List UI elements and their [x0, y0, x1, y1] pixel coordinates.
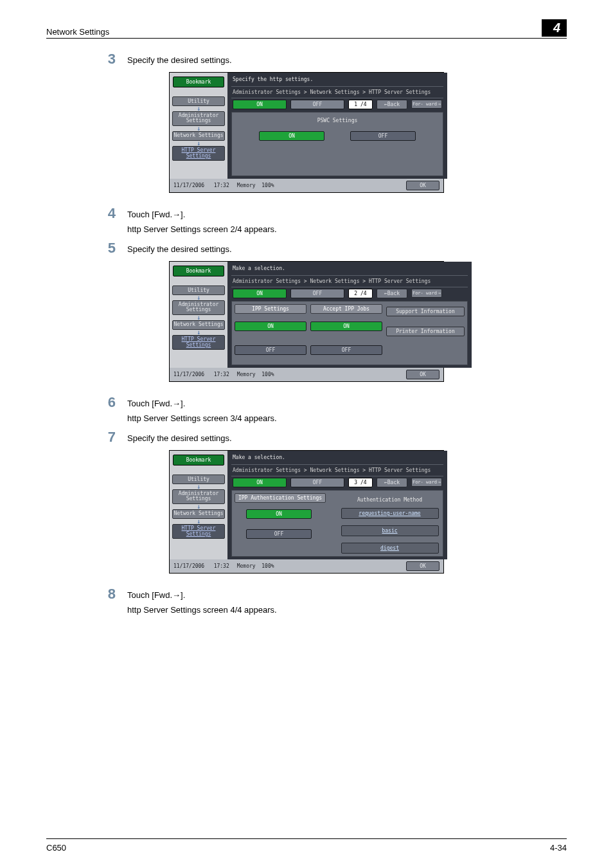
step-text: Touch [Fwd.→]. [127, 397, 567, 410]
printer-info-button[interactable]: Printer Information [386, 327, 465, 336]
arrow-down-icon: ↓ [197, 331, 200, 334]
instruction-text: Make a selection. [231, 453, 443, 464]
page-indicator: 1 /4 [348, 100, 373, 109]
bookmark-button[interactable]: Bookmark [173, 455, 224, 466]
status-memory-label: Memory [237, 372, 256, 377]
ipp-on-button[interactable]: ON [235, 321, 306, 331]
method-digest[interactable]: digest [341, 543, 439, 554]
step-subtext: http Server Settings screen 4/4 appears. [127, 605, 567, 615]
step-number: 3 [96, 52, 116, 66]
off-button[interactable]: OFF [290, 478, 344, 487]
step-number: 6 [96, 395, 116, 410]
arrow-down-icon: ↓ [197, 316, 200, 319]
arrow-down-icon: ↓ [197, 485, 200, 488]
arrow-down-icon: ↓ [197, 296, 200, 299]
page-indicator: 2 /4 [348, 289, 373, 298]
status-date: 11/17/2006 [173, 372, 204, 377]
forward-button[interactable]: For- ward→ [411, 478, 442, 487]
status-time: 17:32 [214, 563, 229, 569]
on-button[interactable]: ON [233, 289, 287, 298]
method-basic[interactable]: basic [341, 525, 439, 536]
status-memory-label: Memory [237, 183, 256, 188]
step-text: Touch [Fwd.→]. [127, 208, 567, 221]
pswc-off-button[interactable]: OFF [350, 131, 416, 141]
step-number: 5 [96, 241, 116, 255]
footer-right: 4-34 [550, 843, 567, 853]
ipp-settings-label: IPP Settings [235, 304, 306, 314]
auth-on-button[interactable]: ON [246, 509, 312, 519]
status-time: 17:32 [214, 372, 229, 377]
section-label: PSWC Settings [235, 115, 440, 131]
auth-off-button[interactable]: OFF [246, 529, 312, 539]
status-date: 11/17/2006 [173, 183, 204, 188]
bookmark-button[interactable]: Bookmark [173, 266, 224, 276]
step-text: Specify the desired settings. [127, 243, 567, 256]
support-info-button[interactable]: Support Information [386, 307, 465, 316]
step-number: 8 [96, 587, 116, 601]
status-date: 11/17/2006 [173, 563, 204, 569]
arrow-down-icon: ↓ [197, 505, 200, 508]
chapter-badge: 4 [542, 19, 567, 37]
back-button[interactable]: ←Back [377, 289, 407, 298]
status-memory-value: 100% [262, 563, 274, 569]
arrow-down-icon: ↓ [197, 107, 200, 110]
bookmark-button[interactable]: Bookmark [173, 77, 224, 87]
sidebar-admin[interactable]: Administrator Settings [172, 111, 225, 127]
forward-button[interactable]: For- ward→ [411, 289, 442, 298]
sidebar-http[interactable]: HTTP Server Settings [172, 524, 225, 539]
arrow-down-icon: ↓ [197, 520, 200, 523]
footer-left: C650 [46, 843, 66, 853]
status-memory-label: Memory [237, 563, 256, 569]
ipp-auth-label: IPP Authentication Settings [235, 493, 326, 503]
ok-button[interactable]: OK [406, 181, 440, 190]
screenshot-panel-1: Bookmark Utility ↓ Administrator Setting… [169, 72, 444, 193]
sidebar-admin[interactable]: Administrator Settings [172, 489, 225, 505]
accept-ipp-label: Accept IPP Jobs [310, 304, 382, 314]
ok-button[interactable]: OK [406, 561, 440, 571]
page-indicator: 3 /4 [348, 478, 373, 487]
accept-off-button[interactable]: OFF [310, 345, 382, 355]
pswc-on-button[interactable]: ON [259, 131, 324, 141]
step-number: 7 [96, 430, 116, 444]
screenshot-panel-3: Bookmark Utility ↓ Administrator Setting… [169, 450, 444, 574]
back-button[interactable]: ←Back [377, 478, 407, 487]
step-text: Specify the desired settings. [127, 432, 567, 445]
arrow-down-icon: ↓ [197, 142, 200, 145]
status-memory-value: 100% [262, 372, 274, 377]
page-title: Network Settings [46, 27, 109, 37]
sidebar-http[interactable]: HTTP Server Settings [172, 335, 225, 350]
instruction-text: Make a selection. [231, 264, 468, 275]
step-text: Specify the desired settings. [127, 54, 567, 67]
accept-on-button[interactable]: ON [310, 321, 382, 331]
status-time: 17:32 [214, 183, 229, 188]
step-subtext: http Server Settings screen 3/4 appears. [127, 413, 567, 423]
auth-method-header: Authentication Method [339, 493, 440, 508]
breadcrumb: Administrator Settings > Network Setting… [231, 275, 468, 287]
status-memory-value: 100% [262, 183, 274, 188]
step-subtext: http Server Settings screen 2/4 appears. [127, 224, 567, 234]
breadcrumb: Administrator Settings > Network Setting… [231, 86, 443, 98]
on-button[interactable]: ON [233, 478, 287, 487]
forward-button[interactable]: For- ward→ [411, 100, 442, 109]
instruction-text: Specify the http settings. [231, 75, 443, 86]
ipp-off-button[interactable]: OFF [235, 345, 306, 355]
off-button[interactable]: OFF [290, 100, 344, 109]
method-requesting-user[interactable]: requesting-user-name [341, 508, 439, 519]
on-button[interactable]: ON [233, 100, 287, 109]
back-button[interactable]: ←Back [377, 100, 407, 109]
sidebar-http[interactable]: HTTP Server Settings [172, 146, 225, 161]
step-text: Touch [Fwd.→]. [127, 589, 567, 602]
breadcrumb: Administrator Settings > Network Setting… [231, 464, 443, 476]
step-number: 4 [96, 206, 116, 221]
off-button[interactable]: OFF [290, 289, 344, 298]
arrow-down-icon: ↓ [197, 127, 200, 130]
sidebar-admin[interactable]: Administrator Settings [172, 300, 225, 316]
screenshot-panel-2: Bookmark Utility ↓ Administrator Setting… [169, 261, 444, 382]
ok-button[interactable]: OK [406, 370, 440, 379]
